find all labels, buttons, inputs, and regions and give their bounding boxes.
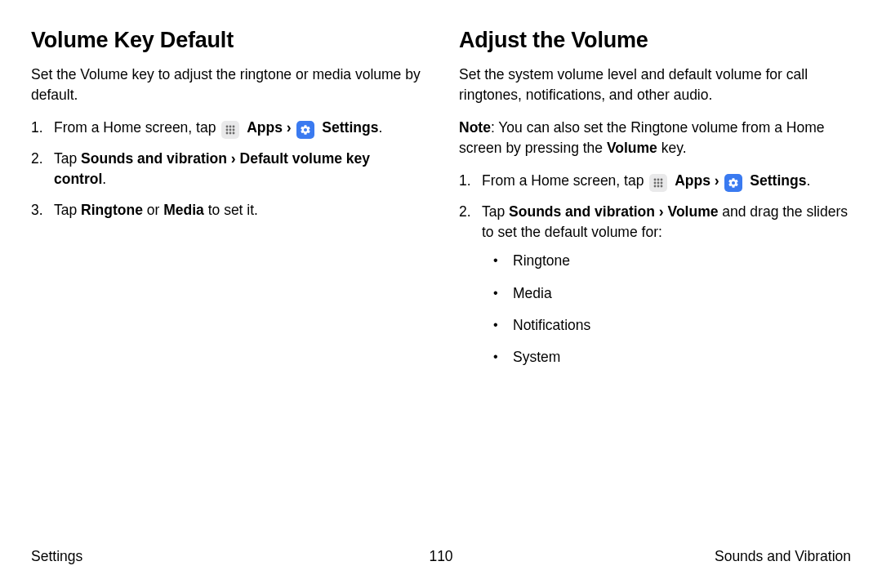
chevron-right-icon: › — [715, 172, 724, 189]
svg-point-9 — [654, 178, 657, 180]
bullet-media: Media — [493, 283, 851, 304]
period: . — [806, 172, 810, 189]
bullet-ringtone: Ringtone — [493, 251, 851, 271]
period: . — [102, 171, 106, 187]
heading-adjust-volume: Adjust the Volume — [459, 28, 851, 53]
svg-point-17 — [661, 185, 663, 187]
step-1: From a Home screen, tap Apps › — [459, 171, 851, 192]
intro-adjust-volume: Set the system volume level and default … — [459, 65, 851, 106]
note-bold: Volume — [607, 140, 657, 156]
svg-point-11 — [661, 178, 663, 180]
step-text: From a Home screen, tap — [54, 119, 220, 136]
volume-bullets: Ringtone Media Notifications System — [482, 251, 851, 368]
svg-point-15 — [654, 185, 657, 187]
step-2: Tap Sounds and vibration › Default volum… — [31, 149, 423, 190]
step-text: or — [143, 202, 163, 218]
footer-right: Sounds and Vibration — [577, 548, 851, 565]
step-bold-ringtone: Ringtone — [81, 202, 143, 218]
apps-icon — [649, 174, 667, 192]
step-text: to set it. — [204, 202, 258, 218]
chevron-right-icon: › — [287, 119, 296, 136]
svg-point-0 — [226, 125, 229, 127]
step-text: Tap — [54, 150, 81, 167]
step-bold: Sounds and vibration › Volume — [509, 203, 718, 220]
step-2: Tap Sounds and vibration › Volume and dr… — [459, 202, 851, 368]
settings-icon — [724, 174, 742, 192]
step-text: Tap — [482, 203, 509, 220]
svg-point-3 — [226, 128, 229, 131]
step-text: From a Home screen, tap — [482, 172, 648, 189]
svg-point-1 — [229, 125, 232, 127]
svg-point-13 — [657, 181, 660, 184]
settings-label: Settings — [750, 172, 806, 189]
bullet-notifications: Notifications — [493, 315, 851, 336]
step-3: Tap Ringtone or Media to set it. — [31, 200, 423, 220]
svg-point-6 — [226, 131, 229, 134]
note-text: key. — [657, 140, 687, 156]
note: Note: You can also set the Ringtone volu… — [459, 118, 851, 159]
column-volume-key-default: Volume Key Default Set the Volume key to… — [31, 28, 423, 380]
period: . — [378, 119, 382, 136]
svg-point-4 — [229, 128, 232, 131]
page-columns: Volume Key Default Set the Volume key to… — [31, 28, 851, 380]
settings-label: Settings — [322, 119, 378, 136]
apps-icon — [221, 121, 239, 139]
intro-volume-key-default: Set the Volume key to adjust the rington… — [31, 65, 423, 106]
svg-point-8 — [233, 131, 235, 134]
apps-label: Apps — [247, 119, 283, 136]
svg-point-7 — [229, 131, 232, 134]
svg-point-12 — [654, 181, 657, 184]
svg-point-5 — [233, 128, 235, 131]
svg-point-2 — [233, 125, 235, 127]
step-text: Tap — [54, 202, 81, 218]
steps-adjust-volume: From a Home screen, tap Apps › — [459, 171, 851, 368]
column-adjust-volume: Adjust the Volume Set the system volume … — [459, 28, 851, 380]
footer-page-number: 110 — [305, 548, 578, 565]
svg-point-16 — [657, 185, 660, 187]
step-1: From a Home screen, tap Apps › — [31, 118, 423, 139]
settings-icon — [296, 121, 314, 139]
heading-volume-key-default: Volume Key Default — [31, 28, 423, 53]
steps-volume-key-default: From a Home screen, tap Apps › — [31, 118, 423, 220]
footer-left: Settings — [31, 548, 305, 565]
note-label: Note — [459, 119, 491, 136]
svg-point-10 — [657, 178, 660, 180]
apps-label: Apps — [675, 172, 710, 189]
step-bold-media: Media — [163, 202, 204, 218]
svg-point-14 — [661, 181, 663, 184]
bullet-system: System — [493, 347, 851, 368]
page-footer: Settings 110 Sounds and Vibration — [31, 548, 851, 565]
